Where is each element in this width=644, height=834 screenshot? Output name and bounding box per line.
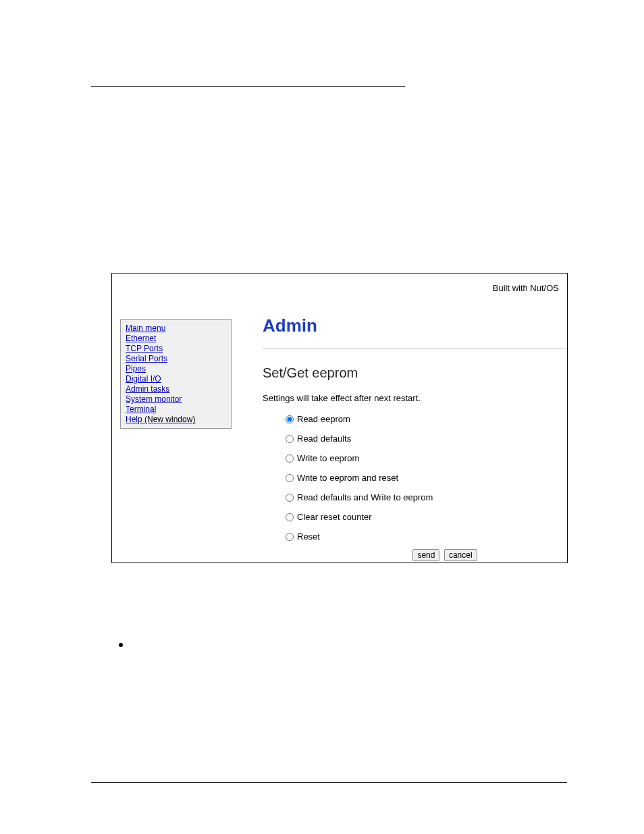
sidebar-item-ethernet[interactable]: Ethernet: [126, 334, 226, 344]
sidebar-item-admin-tasks[interactable]: Admin tasks: [126, 384, 226, 394]
page-bottom-divider: [91, 782, 567, 783]
sidebar-item-help[interactable]: Help: [126, 415, 142, 424]
sidebar-item-terminal[interactable]: Terminal: [126, 405, 226, 415]
radio-item-clear-counter[interactable]: Clear reset counter: [286, 512, 560, 522]
radio-item-read-defaults[interactable]: Read defaults: [286, 434, 560, 444]
section-description: Settings will take effect after next res…: [263, 393, 560, 403]
radio-reset[interactable]: [286, 533, 294, 541]
radio-label: Reset: [297, 531, 320, 542]
sidebar-item-system-monitor[interactable]: System monitor: [126, 394, 226, 405]
button-row: send cancel: [263, 548, 560, 561]
radio-clear-counter[interactable]: [286, 513, 294, 521]
page-top-divider: [91, 86, 405, 87]
sidebar-item-digital-io[interactable]: Digital I/O: [126, 374, 226, 384]
radio-label: Write to eeprom: [297, 453, 359, 463]
built-with-label: Built with Nut/OS: [493, 283, 559, 293]
section-title: Set/Get eeprom: [263, 365, 560, 381]
send-button[interactable]: send: [412, 549, 439, 561]
page-title: Admin: [263, 315, 560, 336]
sidebar-nav: Main menu Ethernet TCP Ports Serial Port…: [120, 319, 232, 429]
radio-write-eeprom[interactable]: [286, 454, 294, 463]
radio-read-eeprom[interactable]: [286, 415, 294, 423]
content-divider: [263, 348, 566, 349]
radio-label: Read defaults and Write to eeprom: [297, 492, 433, 502]
sidebar-item-main-menu[interactable]: Main menu: [126, 323, 226, 334]
bullet-point: [119, 643, 123, 647]
radio-item-reset[interactable]: Reset: [286, 531, 560, 542]
sidebar-item-help-row: Help (New window): [126, 415, 226, 425]
sidebar-item-serial-ports[interactable]: Serial Ports: [126, 354, 226, 364]
radio-label: Read defaults: [297, 434, 351, 444]
radio-item-read-eeprom[interactable]: Read eeprom: [286, 414, 560, 424]
radio-label: Clear reset counter: [297, 512, 372, 522]
radio-label: Read eeprom: [297, 414, 350, 424]
radio-read-defaults[interactable]: [286, 435, 294, 443]
radio-label: Write to eeprom and reset: [297, 473, 398, 483]
main-content: Admin Set/Get eeprom Settings will take …: [263, 315, 560, 561]
radio-item-defaults-write[interactable]: Read defaults and Write to eeprom: [286, 492, 560, 502]
radio-item-write-eeprom[interactable]: Write to eeprom: [286, 453, 560, 463]
cancel-button[interactable]: cancel: [444, 549, 477, 561]
sidebar-item-tcp-ports[interactable]: TCP Ports: [126, 344, 226, 354]
radio-item-write-reset[interactable]: Write to eeprom and reset: [286, 473, 560, 483]
eeprom-options: Read eeprom Read defaults Write to eepro…: [263, 414, 560, 542]
sidebar-item-pipes[interactable]: Pipes: [126, 364, 226, 374]
sidebar-help-suffix: (New window): [142, 415, 196, 424]
radio-defaults-write[interactable]: [286, 494, 294, 502]
radio-write-reset[interactable]: [286, 474, 294, 482]
admin-window: Built with Nut/OS Main menu Ethernet TCP…: [111, 273, 568, 563]
